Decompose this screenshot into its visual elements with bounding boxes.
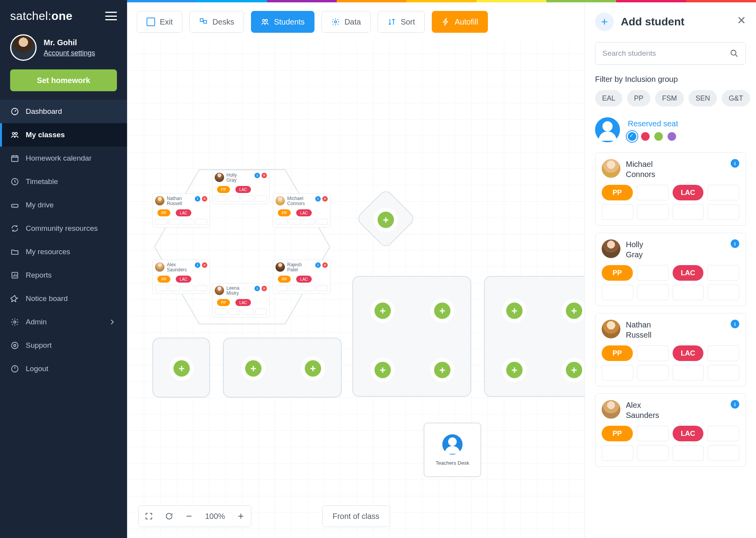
teacher-desk-label: Teachers Desk: [436, 460, 469, 466]
remove-icon[interactable]: ×: [261, 173, 267, 178]
info-icon[interactable]: i: [731, 320, 739, 328]
pin-icon: [10, 294, 19, 303]
lac-badge: LAC: [673, 345, 704, 361]
rotate-icon[interactable]: [165, 512, 173, 520]
reserved-color-green[interactable]: [654, 132, 663, 141]
student-card-nathan-russell[interactable]: NathanRusselli PPLAC: [595, 313, 746, 386]
nav-label: Support: [26, 341, 52, 350]
reports-icon: [10, 271, 19, 280]
info-icon[interactable]: i: [195, 262, 200, 268]
classes-icon: [10, 130, 19, 140]
zoom-out-icon[interactable]: [185, 512, 193, 520]
desk-empty-diamond[interactable]: +: [355, 188, 416, 249]
add-seat-button[interactable]: +: [434, 362, 450, 378]
reserved-color-purple[interactable]: [668, 132, 676, 141]
zoom-in-icon[interactable]: [237, 512, 245, 520]
fullscreen-icon[interactable]: [145, 512, 153, 520]
nav-admin[interactable]: Admin: [0, 310, 127, 334]
nav-logout[interactable]: Logout: [0, 357, 127, 380]
info-icon[interactable]: i: [315, 262, 321, 268]
info-icon[interactable]: i: [254, 173, 260, 178]
add-seat-button[interactable]: +: [305, 360, 321, 377]
desk-empty-large-1[interactable]: + + + +: [352, 276, 471, 397]
exit-button[interactable]: Exit: [137, 11, 182, 33]
toolbar: Exit Desks Students Data Sort Autofill: [127, 2, 585, 41]
add-seat-button[interactable]: +: [374, 362, 391, 378]
remove-icon[interactable]: ×: [202, 196, 207, 202]
seat-card-nathan-russell[interactable]: NathanRusselli× PPLAC: [152, 193, 210, 228]
student-avatar: [602, 239, 620, 258]
seating-canvas[interactable]: Exit Desks Students Data Sort Autofill H…: [127, 2, 585, 538]
search-students-input[interactable]: Search students: [595, 42, 746, 65]
nav-notice-board[interactable]: Notice board: [0, 287, 127, 310]
remove-icon[interactable]: ×: [261, 286, 267, 291]
user-avatar[interactable]: [10, 34, 37, 61]
nav-label: Dashboard: [26, 107, 62, 116]
reserved-color-blue[interactable]: [628, 132, 636, 141]
add-seat-button[interactable]: +: [378, 212, 394, 228]
info-icon[interactable]: i: [731, 159, 739, 168]
nav-label: My classes: [26, 131, 65, 139]
filter-pill-fsm[interactable]: FSM: [655, 90, 684, 106]
add-seat-button[interactable]: +: [506, 362, 523, 378]
students-button[interactable]: Students: [251, 11, 314, 33]
seat-card-michael-connors[interactable]: MichaelConnorsi× PPLAC: [273, 193, 330, 228]
menu-toggle-icon[interactable]: [105, 12, 117, 20]
nav-label: My drive: [26, 201, 54, 209]
nav-reports[interactable]: Reports: [0, 264, 127, 287]
add-seat-button[interactable]: +: [245, 360, 261, 377]
reserved-seat-link[interactable]: Reserved seat: [628, 119, 678, 128]
remove-icon[interactable]: ×: [202, 262, 207, 268]
add-seat-button[interactable]: +: [374, 303, 391, 319]
set-homework-button[interactable]: Set homework: [10, 69, 117, 91]
desk-empty-small-1[interactable]: +: [152, 338, 210, 398]
add-seat-button[interactable]: +: [566, 362, 582, 378]
filter-pill-sen[interactable]: SEN: [689, 90, 717, 106]
close-panel-icon[interactable]: ✕: [737, 14, 746, 27]
filter-pill-eal[interactable]: EAL: [595, 90, 622, 106]
pp-badge: PP: [602, 426, 633, 441]
add-seat-button[interactable]: +: [566, 303, 582, 319]
desks-button[interactable]: Desks: [189, 11, 244, 33]
nav-my-resources[interactable]: My resources: [0, 240, 127, 264]
info-icon[interactable]: i: [731, 400, 739, 409]
support-icon: [10, 341, 19, 350]
nav-support[interactable]: Support: [0, 334, 127, 357]
desk-empty-wide[interactable]: + +: [223, 338, 342, 398]
reserved-color-red[interactable]: [641, 132, 650, 141]
filter-pill-gt[interactable]: G&T: [722, 90, 750, 106]
seat-card-rajesh-patel[interactable]: RajeshPateli× PPLAC: [273, 260, 330, 294]
reserved-avatar[interactable]: [595, 117, 620, 142]
student-name: MichaelConnors: [626, 159, 655, 179]
filter-pill-pp[interactable]: PP: [627, 90, 650, 106]
account-settings-link[interactable]: Account settings: [44, 49, 95, 57]
info-icon[interactable]: i: [195, 196, 200, 202]
nav-community-resources[interactable]: Community resources: [0, 217, 127, 240]
remove-icon[interactable]: ×: [322, 196, 328, 202]
student-card-holly-gray[interactable]: HollyGrayi PPLAC: [595, 233, 746, 306]
teacher-desk[interactable]: Teachers Desk: [424, 423, 481, 477]
add-seat-button[interactable]: +: [173, 360, 190, 377]
svg-rect-11: [200, 19, 203, 21]
nav-homework-calendar[interactable]: Homework calendar: [0, 147, 127, 170]
add-seat-button[interactable]: +: [434, 303, 450, 319]
info-icon[interactable]: i: [315, 196, 321, 202]
seat-card-leena-mistry[interactable]: LeenaMistryi× PPLAC: [212, 283, 270, 317]
add-seat-button[interactable]: +: [506, 303, 523, 319]
nav-timetable[interactable]: Timetable: [0, 170, 127, 193]
seat-card-alex-saunders[interactable]: AlexSaundersi× PPLAC: [152, 260, 210, 294]
nav-my-classes[interactable]: My classes: [0, 123, 127, 147]
student-card-alex-saunders[interactable]: AlexSaundersi PPLAC: [595, 393, 746, 467]
info-icon[interactable]: i: [731, 239, 739, 248]
student-card-michael-connors[interactable]: MichaelConnorsi PPLAC: [595, 152, 746, 226]
data-button[interactable]: Data: [321, 11, 371, 33]
autofill-button[interactable]: Autofill: [432, 11, 488, 33]
sort-button[interactable]: Sort: [378, 11, 425, 33]
btn-label: Exit: [160, 18, 173, 27]
seat-card-holly-gray[interactable]: HollyGrayi× PPLAC: [212, 170, 270, 204]
nav-my-drive[interactable]: My drive: [0, 193, 127, 217]
remove-icon[interactable]: ×: [322, 262, 328, 268]
nav-label: Timetable: [26, 177, 58, 186]
nav-dashboard[interactable]: Dashboard: [0, 100, 127, 123]
info-icon[interactable]: i: [254, 286, 260, 291]
